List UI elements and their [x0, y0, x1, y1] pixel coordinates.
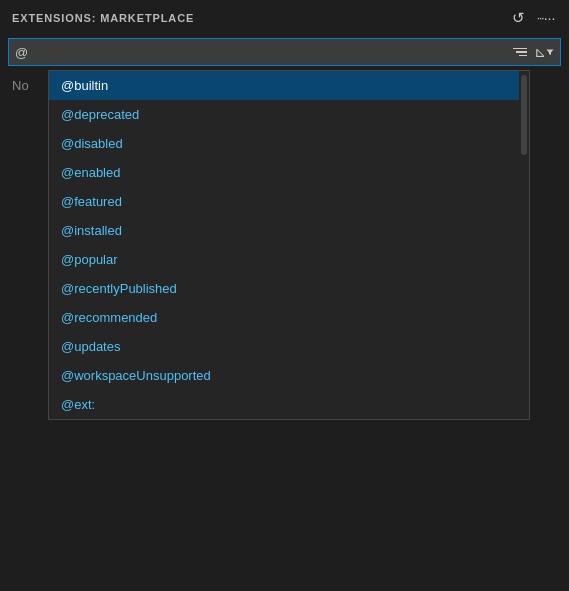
dropdown-item-deprecated[interactable]: @deprecated — [49, 100, 519, 129]
sort-icon — [513, 48, 527, 57]
search-input[interactable] — [34, 45, 506, 60]
dropdown-item-ext[interactable]: @ext: — [49, 390, 519, 419]
dropdown-item-installed[interactable]: @installed — [49, 216, 519, 245]
dropdown-item-enabled[interactable]: @enabled — [49, 158, 519, 187]
search-actions — [510, 42, 554, 62]
dropdown-item-builtin[interactable]: @builtin — [49, 71, 519, 100]
content-area: No @builtin @deprecated @disabled @enabl… — [0, 70, 569, 591]
dropdown-list: @builtin @deprecated @disabled @enabled … — [49, 71, 519, 419]
dropdown-item-recommended[interactable]: @recommended — [49, 303, 519, 332]
no-label: No — [0, 70, 41, 591]
dropdown-item-updates[interactable]: @updates — [49, 332, 519, 361]
panel-title: EXTENSIONS: MARKETPLACE — [12, 12, 194, 24]
search-at-symbol: @ — [15, 45, 30, 60]
extensions-panel: EXTENSIONS: MARKETPLACE ··· @ — [0, 0, 569, 591]
search-dropdown: @builtin @deprecated @disabled @enabled … — [48, 70, 530, 420]
panel-header: EXTENSIONS: MARKETPLACE ··· — [0, 0, 569, 36]
search-bar[interactable]: @ — [8, 38, 561, 66]
scrollbar-thumb — [521, 75, 527, 155]
header-actions: ··· — [507, 7, 557, 29]
dropdown-scrollbar[interactable] — [519, 71, 529, 419]
filter-icon — [546, 45, 554, 59]
dropdown-item-featured[interactable]: @featured — [49, 187, 519, 216]
dropdown-item-workspace-unsupported[interactable]: @workspaceUnsupported — [49, 361, 519, 390]
more-actions-button[interactable]: ··· — [535, 7, 557, 29]
dropdown-item-recently-published[interactable]: @recentlyPublished — [49, 274, 519, 303]
filter-button[interactable] — [534, 42, 554, 62]
sort-button[interactable] — [510, 42, 530, 62]
dropdown-item-popular[interactable]: @popular — [49, 245, 519, 274]
dropdown-item-disabled[interactable]: @disabled — [49, 129, 519, 158]
refresh-button[interactable] — [507, 7, 529, 29]
